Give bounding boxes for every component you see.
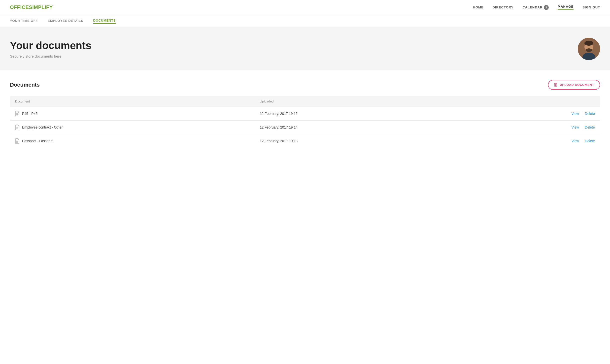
subnav-documents[interactable]: DOCUMENTS <box>93 19 116 24</box>
logo-part2: SIMPLIFY <box>29 4 53 10</box>
action-separator: | <box>581 139 582 143</box>
avatar <box>578 38 600 60</box>
logo: OFFICESIMPLIFY <box>10 4 53 10</box>
calendar-badge: 3 <box>544 5 549 10</box>
table-header: Document Uploaded <box>10 96 600 107</box>
doc-name-cell: Employee contract - Other <box>10 121 255 134</box>
upload-icon <box>554 83 558 87</box>
table-row: Employee contract - Other 12 February, 2… <box>10 121 600 134</box>
doc-actions: View | Delete <box>458 107 600 121</box>
upload-document-button[interactable]: UPLOAD DOCUMENT <box>548 80 600 90</box>
view-link[interactable]: View <box>572 112 579 116</box>
hero-subtitle: Securely store documents here <box>10 54 91 58</box>
subnav-employee-details[interactable]: EMPLOYEE DETAILS <box>48 19 83 24</box>
doc-name: P45 - P45 <box>22 112 37 116</box>
delete-link[interactable]: Delete <box>585 112 595 116</box>
top-nav: OFFICESIMPLIFY HOME DIRECTORY CALENDAR 3… <box>0 0 610 15</box>
delete-link[interactable]: Delete <box>585 125 595 129</box>
doc-name-cell: Passport - Passport <box>10 134 255 148</box>
doc-actions: View | Delete <box>458 121 600 134</box>
hero-title: Your documents <box>10 40 91 52</box>
main-content: Documents UPLOAD DOCUMENT Document Uploa… <box>0 70 610 158</box>
doc-uploaded: 12 February, 2017 19:14 <box>255 121 458 134</box>
doc-file-icon <box>15 138 20 144</box>
nav-signout[interactable]: SIGN OUT <box>582 5 600 9</box>
table-row: P45 - P45 12 February, 2017 19:15 View |… <box>10 107 600 121</box>
nav-manage[interactable]: MANAGE <box>558 5 574 10</box>
upload-button-label: UPLOAD DOCUMENT <box>560 83 594 87</box>
doc-name-cell: P45 - P45 <box>10 107 255 121</box>
col-document: Document <box>10 96 255 107</box>
hero-text: Your documents Securely store documents … <box>10 40 91 58</box>
sub-nav: YOUR TIME OFF EMPLOYEE DETAILS DOCUMENTS <box>0 15 610 28</box>
nav-links: HOME DIRECTORY CALENDAR 3 MANAGE SIGN OU… <box>473 5 600 10</box>
section-title: Documents <box>10 82 40 88</box>
doc-file-icon <box>15 111 20 116</box>
svg-point-4 <box>586 48 592 52</box>
doc-name: Employee contract - Other <box>22 125 63 129</box>
documents-table: Document Uploaded P45 - P45 12 February,… <box>10 96 600 148</box>
view-link[interactable]: View <box>572 139 579 143</box>
action-separator: | <box>581 125 582 129</box>
subnav-time-off[interactable]: YOUR TIME OFF <box>10 19 38 24</box>
nav-home[interactable]: HOME <box>473 5 484 9</box>
col-uploaded: Uploaded <box>255 96 458 107</box>
delete-link[interactable]: Delete <box>585 139 595 143</box>
section-header: Documents UPLOAD DOCUMENT <box>10 80 600 90</box>
doc-actions: View | Delete <box>458 134 600 148</box>
doc-uploaded: 12 February, 2017 19:13 <box>255 134 458 148</box>
table-row: Passport - Passport 12 February, 2017 19… <box>10 134 600 148</box>
doc-file-icon <box>15 125 20 130</box>
hero-section: Your documents Securely store documents … <box>0 28 610 70</box>
logo-part1: OFFICE <box>10 4 29 10</box>
action-separator: | <box>581 112 582 116</box>
doc-uploaded: 12 February, 2017 19:15 <box>255 107 458 121</box>
doc-name: Passport - Passport <box>22 139 53 143</box>
view-link[interactable]: View <box>572 125 579 129</box>
svg-point-3 <box>584 41 593 46</box>
nav-calendar[interactable]: CALENDAR 3 <box>522 5 549 10</box>
col-actions <box>458 96 600 107</box>
avatar-image <box>578 38 600 60</box>
nav-directory[interactable]: DIRECTORY <box>493 5 514 9</box>
table-body: P45 - P45 12 February, 2017 19:15 View |… <box>10 107 600 148</box>
